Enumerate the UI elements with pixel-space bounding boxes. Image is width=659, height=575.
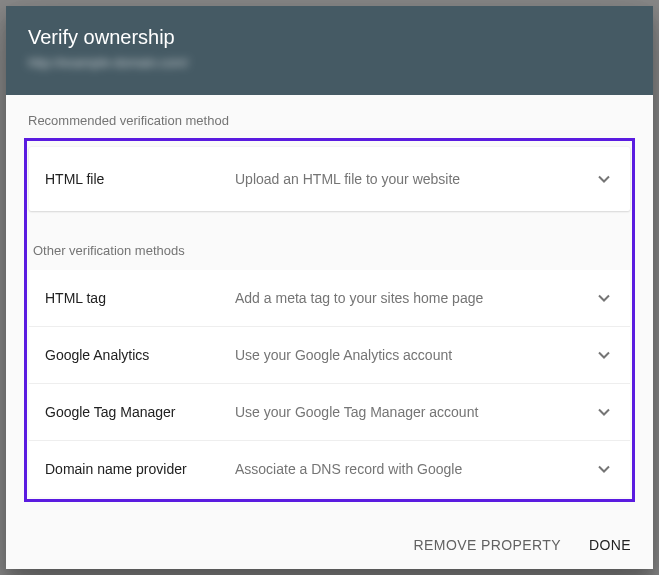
remove-property-button[interactable]: REMOVE PROPERTY bbox=[414, 537, 561, 553]
method-name: Google Tag Manager bbox=[45, 404, 235, 420]
method-name: Domain name provider bbox=[45, 461, 235, 477]
chevron-down-icon bbox=[594, 288, 614, 308]
recommended-label: Recommended verification method bbox=[8, 113, 651, 138]
chevron-down-icon bbox=[594, 169, 614, 189]
method-google-analytics[interactable]: Google Analytics Use your Google Analyti… bbox=[29, 327, 630, 384]
method-name: Google Analytics bbox=[45, 347, 235, 363]
method-name: HTML file bbox=[45, 171, 235, 187]
property-url: http://example-domain.com/ bbox=[28, 55, 188, 70]
done-button[interactable]: DONE bbox=[589, 537, 631, 553]
other-methods-label: Other verification methods bbox=[29, 223, 630, 270]
dialog-title: Verify ownership bbox=[28, 26, 631, 49]
method-desc: Use your Google Tag Manager account bbox=[235, 404, 594, 420]
chevron-down-icon bbox=[594, 402, 614, 422]
method-html-tag[interactable]: HTML tag Add a meta tag to your sites ho… bbox=[29, 270, 630, 327]
method-html-file[interactable]: HTML file Upload an HTML file to your we… bbox=[29, 147, 630, 211]
method-desc: Use your Google Analytics account bbox=[235, 347, 594, 363]
method-domain-name-provider[interactable]: Domain name provider Associate a DNS rec… bbox=[29, 441, 630, 497]
method-desc: Add a meta tag to your sites home page bbox=[235, 290, 594, 306]
dialog-footer: REMOVE PROPERTY DONE bbox=[6, 521, 653, 569]
method-name: HTML tag bbox=[45, 290, 235, 306]
method-google-tag-manager[interactable]: Google Tag Manager Use your Google Tag M… bbox=[29, 384, 630, 441]
methods-highlight: HTML file Upload an HTML file to your we… bbox=[24, 138, 635, 502]
dialog-body: Recommended verification method HTML fil… bbox=[6, 95, 653, 521]
method-desc: Upload an HTML file to your website bbox=[235, 171, 594, 187]
chevron-down-icon bbox=[594, 459, 614, 479]
chevron-down-icon bbox=[594, 345, 614, 365]
method-desc: Associate a DNS record with Google bbox=[235, 461, 594, 477]
dialog-header: Verify ownership http://example-domain.c… bbox=[6, 6, 653, 95]
verify-ownership-dialog: Verify ownership http://example-domain.c… bbox=[6, 6, 653, 569]
